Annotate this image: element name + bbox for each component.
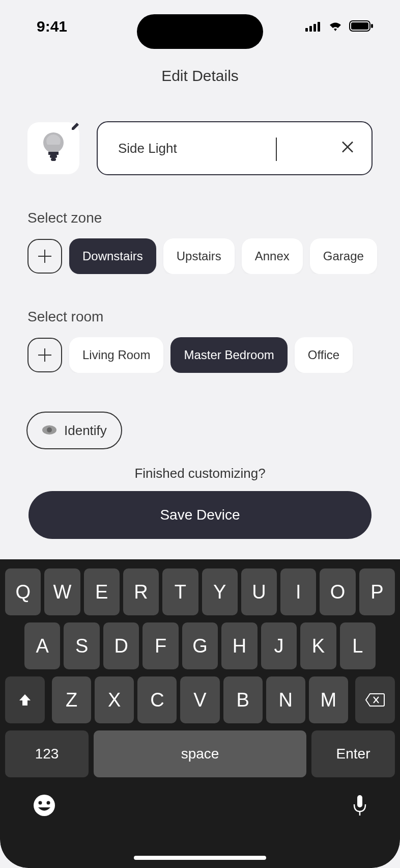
key-q[interactable]: Q [5,568,41,615]
status-indicators [305,18,374,35]
key-shift[interactable] [5,676,45,723]
zone-chip-upstairs[interactable]: Upstairs [163,238,235,274]
room-label: Select room [27,309,400,325]
svg-rect-3 [318,22,320,32]
key-numbers[interactable]: 123 [5,730,89,777]
key-l[interactable]: L [340,622,376,669]
device-name-input-wrap[interactable]: Side Light [97,121,373,175]
key-space[interactable]: space [94,730,306,777]
zone-chip-garage[interactable]: Garage [310,238,377,274]
key-h[interactable]: H [221,622,257,669]
keyboard: Q W E R T Y U I O P A S D F G H J K L Z … [0,559,400,868]
zone-chip-downstairs[interactable]: Downstairs [69,238,156,274]
room-chip-master-bedroom[interactable]: Master Bedroom [170,337,287,373]
status-bar: 9:41 [0,15,400,38]
key-o[interactable]: O [320,568,355,615]
cellular-icon [305,18,322,35]
keyboard-row-1: Q W E R T Y U I O P [5,568,395,615]
key-u[interactable]: U [241,568,277,615]
key-d[interactable]: D [103,622,139,669]
svg-rect-0 [305,28,308,32]
add-zone-button[interactable] [27,239,62,274]
zone-chip-annex[interactable]: Annex [242,238,303,274]
key-w[interactable]: W [44,568,80,615]
svg-point-13 [39,801,42,805]
battery-icon [349,18,374,35]
keyboard-row-3: Z X C V B N M [5,676,395,723]
key-m[interactable]: M [309,676,348,723]
page-title: Edit Details [0,67,400,85]
identify-button[interactable]: Identify [26,412,122,449]
room-chip-row: Living Room Master Bedroom Office [27,337,400,373]
key-a[interactable]: A [24,622,60,669]
svg-rect-15 [357,795,362,807]
key-r[interactable]: R [123,568,159,615]
key-y[interactable]: Y [202,568,238,615]
keyboard-bottom-row [5,783,395,819]
key-f[interactable]: F [142,622,178,669]
key-x[interactable]: X [95,676,134,723]
key-k[interactable]: K [300,622,336,669]
key-j[interactable]: J [261,622,297,669]
key-enter[interactable]: Enter [311,730,395,777]
home-indicator[interactable] [134,856,266,860]
zone-chip-row: Downstairs Upstairs Annex Garage [27,238,400,274]
svg-rect-9 [51,158,56,161]
text-cursor [276,138,277,161]
svg-point-14 [47,801,50,805]
svg-rect-6 [371,24,373,28]
key-t[interactable]: T [162,568,198,615]
svg-rect-2 [313,24,316,32]
key-c[interactable]: C [137,676,177,723]
lightbulb-icon [42,132,65,164]
key-v[interactable]: V [180,676,219,723]
keyboard-row-4: 123 space Enter [5,730,395,777]
svg-rect-8 [50,155,57,158]
device-icon-tile[interactable] [27,122,79,174]
key-g[interactable]: G [182,622,218,669]
key-n[interactable]: N [266,676,305,723]
identify-label: Identify [64,423,107,439]
microphone-icon[interactable] [352,794,367,819]
key-i[interactable]: I [280,568,316,615]
wifi-icon [328,18,343,35]
zone-section: Select zone Downstairs Upstairs Annex Ga… [27,210,400,274]
clear-input-button[interactable] [341,139,354,158]
keyboard-row-2: A S D F G H J K L [5,622,395,669]
zone-label: Select zone [27,210,400,226]
key-s[interactable]: S [64,622,99,669]
key-z[interactable]: Z [52,676,91,723]
svg-rect-1 [309,26,312,32]
room-chip-living-room[interactable]: Living Room [69,337,163,373]
device-edit-row: Side Light [27,121,373,175]
svg-point-11 [47,427,52,432]
status-time: 9:41 [37,18,67,35]
save-device-button[interactable]: Save Device [28,491,372,539]
svg-rect-5 [351,22,368,30]
key-backspace[interactable] [355,676,395,723]
emoji-icon[interactable] [33,794,56,819]
pencil-icon [69,120,81,132]
room-chip-office[interactable]: Office [295,337,353,373]
key-b[interactable]: B [223,676,263,723]
room-section: Select room Living Room Master Bedroom O… [27,309,400,373]
svg-point-12 [34,795,55,816]
key-p[interactable]: P [359,568,395,615]
add-room-button[interactable] [27,338,62,372]
finished-text: Finished customizing? [0,466,400,481]
device-name-input[interactable]: Side Light [118,141,351,156]
eye-icon [42,423,57,439]
key-e[interactable]: E [84,568,120,615]
